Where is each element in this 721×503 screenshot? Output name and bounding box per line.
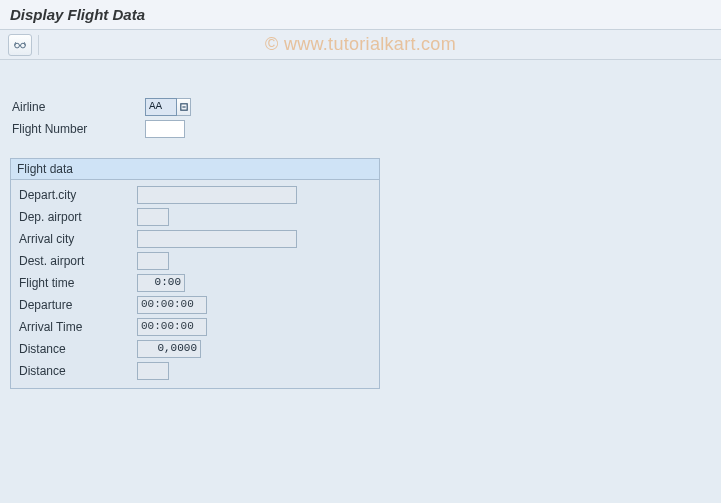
distance-unit-label: Distance [17,364,137,378]
content-area: Airline AA Flight Number Flight data Dep… [0,60,721,399]
flight-data-group: Flight data Depart.city Dep. airport Arr… [10,158,380,389]
depart-city-label: Depart.city [17,188,137,202]
airline-f4-button[interactable] [177,98,191,116]
dest-airport-field [137,252,169,270]
page-title: Display Flight Data [10,6,711,23]
arrival-city-label: Arrival city [17,232,137,246]
row-flight-time: Flight time 0:00 [17,272,373,294]
group-title: Flight data [11,159,379,180]
title-bar: Display Flight Data [0,0,721,30]
row-flight-number: Flight Number [10,118,711,140]
group-body: Depart.city Dep. airport Arrival city De… [11,180,379,388]
row-dest-airport: Dest. airport [17,250,373,272]
sap-window: Display Flight Data © www.tutorialkart.c… [0,0,721,503]
dep-airport-field [137,208,169,226]
execute-button[interactable] [8,34,32,56]
distance-unit-field [137,362,169,380]
row-depart-city: Depart.city [17,184,373,206]
flight-time-label: Flight time [17,276,137,290]
search-help-icon [180,103,188,111]
departure-field: 00:00:00 [137,296,207,314]
svg-point-0 [15,43,20,48]
toolbar [0,30,721,60]
distance-field: 0,0000 [137,340,201,358]
arrival-city-field [137,230,297,248]
glasses-icon [13,38,27,52]
departure-label: Departure [17,298,137,312]
row-departure: Departure 00:00:00 [17,294,373,316]
svg-point-1 [21,43,26,48]
flight-number-label: Flight Number [10,122,145,136]
toolbar-separator [38,35,39,55]
row-dep-airport: Dep. airport [17,206,373,228]
arrival-time-field: 00:00:00 [137,318,207,336]
dep-airport-label: Dep. airport [17,210,137,224]
airline-label: Airline [10,100,145,114]
dest-airport-label: Dest. airport [17,254,137,268]
arrival-time-label: Arrival Time [17,320,137,334]
airline-input[interactable]: AA [145,98,177,116]
row-distance-unit: Distance [17,360,373,382]
depart-city-field [137,186,297,204]
row-arrival-city: Arrival city [17,228,373,250]
row-arrival-time: Arrival Time 00:00:00 [17,316,373,338]
flight-number-input[interactable] [145,120,185,138]
row-airline: Airline AA [10,96,711,118]
distance-label: Distance [17,342,137,356]
flight-time-field: 0:00 [137,274,185,292]
row-distance: Distance 0,0000 [17,338,373,360]
